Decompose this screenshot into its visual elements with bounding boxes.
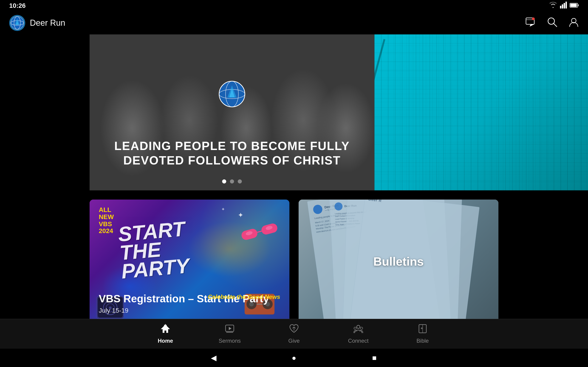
nav-item-sermons[interactable]: Sermons: [207, 324, 253, 344]
bulletins-card[interactable]: Deer Run —CHURCH— Leading people to beco…: [299, 200, 498, 323]
hero-dot-2[interactable]: [230, 179, 234, 184]
wifi-icon: [549, 2, 557, 10]
hero-tagline: LEADING PEOPLE TO BECOME FULLY DEVOTED F…: [90, 139, 374, 167]
status-time: 10:26: [9, 2, 26, 9]
messages-icon[interactable]: [526, 17, 536, 29]
svg-point-42: [357, 325, 360, 328]
search-icon[interactable]: [547, 17, 557, 29]
hero-section: LEADING PEOPLE TO BECOME FULLY DEVOTED F…: [0, 34, 588, 190]
status-icons: [549, 2, 579, 10]
vbs-card-subtitle: July 15-19: [99, 307, 128, 314]
recent-button[interactable]: ■: [369, 352, 380, 364]
hero-lines: [374, 34, 588, 190]
nav-item-connect[interactable]: Connect: [335, 324, 381, 344]
connect-icon: [353, 324, 363, 336]
hero-dot-3[interactable]: [238, 179, 242, 184]
back-button[interactable]: ◀: [208, 352, 219, 364]
svg-rect-0: [560, 6, 561, 8]
svg-line-14: [553, 23, 557, 27]
cards-section: ✦ ✦ ✦ ALL NEW VBS 2024 StarttheParty VBS…: [0, 190, 588, 333]
app-bar: Deer Run: [0, 11, 588, 34]
app-logo: [9, 15, 25, 31]
svg-point-43: [354, 327, 356, 329]
hero-dots: [222, 179, 242, 184]
nav-label-give: Give: [288, 338, 300, 344]
svg-rect-12: [532, 17, 535, 20]
hero-right-image: [374, 34, 588, 190]
account-icon[interactable]: [569, 17, 579, 29]
hero-logo: [218, 80, 246, 108]
battery-icon: [570, 2, 579, 9]
vbs-registration-card[interactable]: ✦ ✦ ✦ ALL NEW VBS 2024 StarttheParty VBS…: [90, 200, 289, 323]
hero-main[interactable]: LEADING PEOPLE TO BECOME FULLY DEVOTED F…: [90, 34, 374, 190]
svg-rect-5: [578, 4, 579, 6]
svg-rect-2: [564, 3, 565, 8]
give-icon: [289, 324, 299, 336]
bottom-nav: Home Sermons Gi: [0, 319, 588, 349]
nav-item-bible[interactable]: Bible: [400, 324, 446, 344]
celebrate-text: Celebrate the Good News: [208, 293, 280, 300]
app-bar-actions: [526, 17, 579, 29]
nav-item-give[interactable]: Give: [271, 324, 317, 344]
nav-label-home: Home: [158, 338, 173, 344]
nav-item-home[interactable]: Home: [142, 324, 188, 344]
nav-label-sermons: Sermons: [219, 338, 241, 344]
system-nav: ◀ ● ■: [0, 349, 588, 367]
nav-label-bible: Bible: [416, 338, 429, 344]
main-content: LEADING PEOPLE TO BECOME FULLY DEVOTED F…: [0, 34, 588, 333]
home-icon: [160, 324, 170, 336]
nav-items: Home Sermons Gi: [133, 324, 455, 344]
bulletin-card-title: Bulletins: [373, 255, 424, 268]
svg-rect-3: [565, 2, 567, 8]
sermons-icon: [225, 324, 235, 336]
svg-marker-39: [229, 327, 232, 330]
home-button[interactable]: ●: [288, 352, 300, 364]
signal-icon: [560, 2, 567, 10]
hero-dot-1[interactable]: [222, 179, 226, 184]
vbs-badge: ALL NEW VBS 2024: [99, 206, 114, 235]
svg-rect-1: [562, 4, 563, 8]
svg-rect-6: [570, 4, 577, 7]
app-logo-area[interactable]: Deer Run: [9, 15, 65, 31]
svg-point-44: [360, 327, 363, 329]
nav-label-connect: Connect: [348, 338, 368, 344]
bible-icon: [418, 324, 428, 336]
hero-left-pad: [0, 34, 90, 190]
app-title: Deer Run: [30, 18, 65, 28]
status-bar: 10:26: [0, 0, 588, 11]
